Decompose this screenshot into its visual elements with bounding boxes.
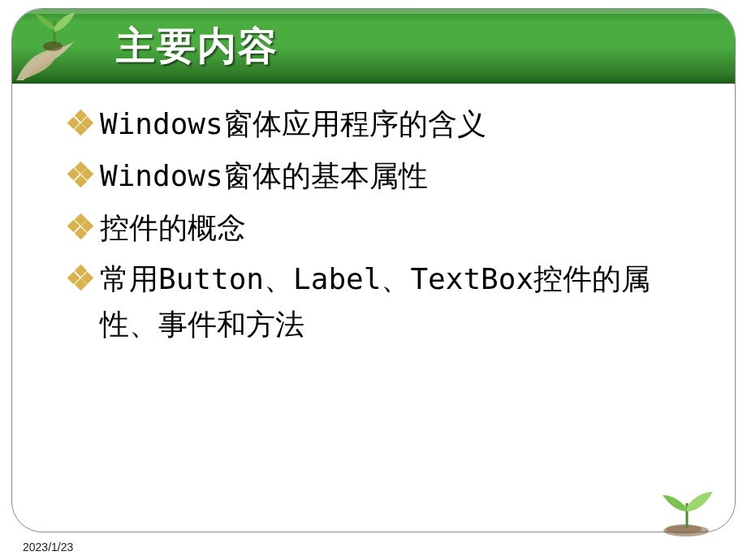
plant-hand-icon [12,9,101,84]
bullet-text: Windows窗体应用程序的含义 [100,107,486,140]
bullet-text: 控件的概念 [100,211,246,244]
bullet-icon [71,217,90,236]
slide-title: 主要内容 [116,20,279,72]
list-item: Windows窗体的基本属性 [71,153,702,199]
list-item: 常用Button、Label、TextBox控件的属性、事件和方法 [71,256,702,347]
bullet-icon [71,113,90,132]
svg-point-2 [666,524,702,534]
bullet-list: Windows窗体应用程序的含义 Windows窗体的基本属性 控件的概念 常用… [71,101,702,347]
svg-point-0 [43,41,63,51]
list-item: 控件的概念 [71,205,702,251]
slide-header: 主要内容 [12,9,735,84]
bullet-icon [71,268,90,287]
bullet-text: Windows窗体的基本属性 [100,159,428,192]
bullet-icon [71,165,90,184]
list-item: Windows窗体应用程序的含义 [71,101,702,147]
slide-content: Windows窗体应用程序的含义 Windows窗体的基本属性 控件的概念 常用… [12,84,735,347]
slide-frame: 主要内容 Windows窗体应用程序的含义 Windows窗体的基本属性 控件的… [11,8,736,532]
sprout-decoration-icon [650,489,723,537]
bullet-text: 常用Button、Label、TextBox控件的属性、事件和方法 [100,262,650,341]
footer-date: 2023/1/23 [23,541,73,554]
